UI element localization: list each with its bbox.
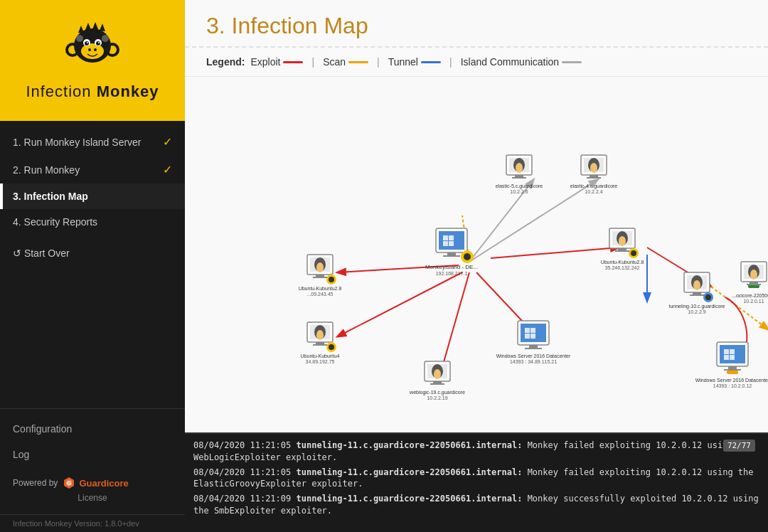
- node-ubuntu-left[interactable]: Ubuntu-Kubuntu2.8 ...09.243.45: [299, 255, 342, 297]
- node-ubuntu-bottomleft[interactable]: Ubuntu-Kubuntu4 34.89.192.75: [301, 322, 340, 364]
- svg-text:35.246.132.242: 35.246.132.242: [605, 265, 640, 270]
- log-badge: 72/77: [723, 440, 755, 452]
- svg-point-53: [590, 163, 597, 173]
- legend-item-island: Island Communication: [461, 56, 582, 68]
- svg-text:10.2.0.11: 10.2.0.11: [743, 299, 764, 304]
- sidebar-item-infection-map[interactable]: 3. Infection Map: [0, 183, 185, 209]
- svg-rect-75: [615, 250, 629, 252]
- svg-rect-103: [750, 282, 758, 284]
- svg-text:MonkeyIsland - DE...: MonkeyIsland - DE...: [425, 264, 478, 270]
- svg-rect-34: [443, 241, 448, 246]
- svg-point-83: [329, 344, 334, 350]
- guardicore-logo: G Guardicore: [62, 476, 128, 490]
- monkey-icon: [64, 20, 121, 77]
- node-ubuntu-topright[interactable]: Ubuntu-Kubuntu2.8 35.246.132.242: [601, 228, 644, 270]
- svg-point-11: [98, 42, 100, 43]
- legend-label: Legend:: [206, 56, 245, 68]
- infection-map[interactable]: MonkeyIsland - DE... 192.168.217.1 elast…: [185, 77, 768, 432]
- legend-item-tunnel: Tunnel: [388, 56, 441, 68]
- svg-point-10: [87, 42, 88, 43]
- svg-point-120: [434, 369, 441, 379]
- svg-text:10.2.2.19: 10.2.2.19: [427, 395, 447, 400]
- svg-rect-110: [530, 328, 535, 333]
- svg-rect-112: [530, 334, 535, 339]
- node-elastic-topleft[interactable]: elastic-5.c.guardicore 10.2.2.6: [496, 155, 543, 194]
- version-text: Infection Monkey Version: 1.8.0+dev: [0, 514, 185, 532]
- sidebar-item-start-over[interactable]: ↺ Start Over: [0, 240, 185, 266]
- check-icon-run-monkey: ✓: [163, 163, 172, 176]
- svg-text:Windows Server 2016 Datacenter: Windows Server 2016 Datacenter: [695, 378, 768, 383]
- svg-rect-95: [690, 294, 704, 296]
- svg-line-29: [441, 272, 469, 372]
- svg-point-12: [88, 48, 91, 51]
- log-line-1: 08/04/2020 11:21:05 tunneling-11.c.guard…: [193, 467, 759, 491]
- sidebar-item-run-server[interactable]: 1. Run Monkey Island Server ✓: [0, 128, 185, 156]
- svg-rect-113: [529, 345, 538, 348]
- node-monkeyisland[interactable]: MonkeyIsland - DE... 192.168.217.1: [425, 228, 478, 276]
- guardicore-name: Guardicore: [79, 478, 128, 489]
- svg-rect-35: [449, 241, 454, 246]
- node-elastic-topright[interactable]: elastic-4.c.guardicore 10.2.2.4: [570, 155, 618, 194]
- svg-rect-33: [449, 235, 454, 240]
- svg-rect-122: [430, 383, 444, 385]
- sidebar-item-log[interactable]: Log: [0, 442, 185, 467]
- svg-point-91: [693, 280, 700, 290]
- powered-by: Powered by G Guardicore: [0, 467, 185, 493]
- svg-text:elastic-4.c.guardicore: elastic-4.c.guardicore: [570, 183, 618, 189]
- svg-rect-36: [447, 252, 456, 255]
- svg-rect-127: [724, 349, 729, 354]
- nav-section: 1. Run Monkey Island Server ✓ 2. Run Mon…: [0, 121, 185, 408]
- svg-rect-109: [525, 328, 530, 333]
- svg-rect-133: [727, 371, 738, 374]
- node-tunneling-right[interactable]: tunneling-10.c.guardicore 10.2.2.9: [669, 272, 725, 314]
- svg-rect-74: [618, 248, 626, 250]
- node-tunneling-farright[interactable]: ...ocicore-22050661 10.2.0.11: [732, 262, 768, 304]
- guardicore-icon: G: [62, 476, 76, 490]
- svg-rect-94: [693, 292, 701, 294]
- svg-line-21: [491, 248, 619, 258]
- svg-rect-121: [433, 381, 442, 383]
- svg-line-23: [338, 272, 462, 336]
- log-area[interactable]: 72/77 08/04/2020 11:21:05 tunneling-11.c…: [185, 432, 768, 532]
- license-link[interactable]: License: [0, 493, 185, 507]
- svg-rect-85: [313, 344, 327, 346]
- page-title: 3. Infection Map: [206, 13, 747, 39]
- svg-text:tunneling-10.c.guardicore: tunneling-10.c.guardicore: [669, 304, 725, 309]
- svg-rect-37: [443, 255, 460, 257]
- svg-rect-129: [724, 355, 729, 360]
- svg-point-71: [619, 236, 626, 246]
- check-icon-run-server: ✓: [163, 135, 172, 149]
- sidebar-item-configuration[interactable]: Configuration: [0, 416, 185, 442]
- island-line: [562, 61, 582, 63]
- svg-rect-104: [747, 284, 761, 285]
- svg-point-8: [85, 41, 89, 46]
- tunnel-line: [421, 61, 441, 63]
- sidebar: Infection Monkey 1. Run Monkey Island Se…: [0, 0, 185, 532]
- sidebar-item-run-monkey[interactable]: 2. Run Monkey ✓: [0, 156, 185, 183]
- svg-point-39: [464, 253, 471, 260]
- node-windows-bottomright[interactable]: Windows Server 2016 Datacenter 14393 : 1…: [695, 342, 768, 388]
- svg-rect-46: [515, 175, 523, 177]
- svg-rect-132: [724, 369, 741, 371]
- svg-text:34.89.192.75: 34.89.192.75: [306, 359, 335, 364]
- svg-text:Ubuntu-Kubuntu4: Ubuntu-Kubuntu4: [301, 353, 340, 358]
- svg-rect-64: [316, 275, 324, 277]
- svg-text:Ubuntu-Kubuntu2.8: Ubuntu-Kubuntu2.8: [299, 286, 342, 291]
- svg-text:192.168.217.1: 192.168.217.1: [436, 271, 468, 276]
- sidebar-item-security-reports[interactable]: 4. Security Reports: [0, 209, 185, 235]
- logo-title: Infection Monkey: [26, 83, 159, 101]
- svg-point-14: [76, 35, 83, 42]
- svg-point-45: [516, 163, 523, 173]
- main-content: 3. Infection Map Legend: Exploit | Scan …: [185, 0, 768, 532]
- svg-point-101: [750, 270, 757, 280]
- svg-text:Ubuntu-Kubuntu2.8: Ubuntu-Kubuntu2.8: [601, 260, 644, 265]
- svg-text:10.2.2.6: 10.2.2.6: [510, 189, 528, 194]
- svg-rect-54: [590, 175, 598, 177]
- svg-point-15: [102, 35, 109, 42]
- node-windows-bottomcenter[interactable]: Windows Server 2016 Datacenter 14393 : 3…: [496, 321, 571, 364]
- logo-area: Infection Monkey: [0, 0, 185, 121]
- map-svg: MonkeyIsland - DE... 192.168.217.1 elast…: [185, 77, 768, 432]
- svg-rect-114: [525, 348, 542, 349]
- node-weblogic[interactable]: weblogic-19.c.guardicore 10.2.2.19: [409, 361, 465, 400]
- svg-rect-65: [313, 277, 327, 278]
